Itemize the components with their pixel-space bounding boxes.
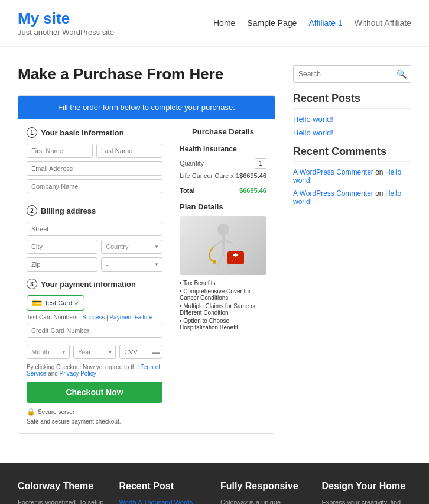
test-card-option[interactable]: 💳 Test Card ✔ <box>27 295 84 311</box>
year-select[interactable]: Year <box>73 345 116 359</box>
nav-affiliate1[interactable]: Affiliate 1 <box>308 18 342 28</box>
recent-comments-title: Recent Comments <box>293 146 411 162</box>
safe-text: Safe and secure payment checkout. <box>27 418 162 425</box>
svg-point-9 <box>213 260 216 264</box>
plan-title: Plan Details <box>180 202 266 211</box>
cvv-icon: ▬ <box>152 348 160 356</box>
total-label: Total <box>180 187 194 194</box>
payment-expiry-row: Month Year ▬ <box>27 345 162 359</box>
search-bar: 🔍 <box>293 65 411 83</box>
site-branding: My site Just another WordPress site <box>18 9 114 37</box>
city-input[interactable] <box>27 240 98 254</box>
secure-label: Secure server <box>38 409 74 415</box>
step2-title: 2 Billing address <box>27 205 162 216</box>
privacy-link[interactable]: Privacy Policy <box>60 370 96 377</box>
footer-col3-title: Fully Responsive <box>220 481 310 492</box>
benefit-3: Multiple Claims for Same or Different Co… <box>180 303 266 316</box>
footer-col2-title: Recent Post <box>119 481 209 492</box>
company-input[interactable] <box>27 179 162 193</box>
failure-link[interactable]: Payment Failure <box>109 314 152 321</box>
footer-col4-text: Express your creativity, find inspiratio… <box>322 497 412 504</box>
nav-without-affiliate[interactable]: Without Affiliate <box>355 18 411 28</box>
name-row <box>27 144 162 158</box>
step2-label: Billing address <box>41 206 96 215</box>
footer-col1-title: Colorway Theme <box>18 481 108 492</box>
footer-col-2: Recent Post Worth A Thousand Words Categ… <box>119 481 209 504</box>
search-button[interactable]: 🔍 <box>392 66 411 82</box>
plan-image <box>180 216 266 275</box>
site-header: My site Just another WordPress site Home… <box>0 0 429 47</box>
svg-line-2 <box>213 240 223 247</box>
step3-label: Your payment information <box>41 280 136 289</box>
payment-section: 💳 Test Card ✔ Test Card Numbers : Succes… <box>27 295 162 359</box>
zip-input[interactable] <box>27 257 98 272</box>
footer-col1-text: Footer is widgetized. To setup the foote… <box>18 497 108 504</box>
country-select[interactable]: Country <box>101 240 162 254</box>
commenter-2-link[interactable]: A WordPress Commenter <box>293 189 373 198</box>
step1-label: Your basic information <box>41 128 124 137</box>
cvv-wrapper: ▬ <box>119 345 162 359</box>
step3-circle: 3 <box>27 279 37 289</box>
card-option-label: Test Card <box>44 299 72 306</box>
card-icon: 💳 <box>32 298 42 308</box>
footer-post-link-1[interactable]: Worth A Thousand Words <box>119 497 209 504</box>
commenter-1-link[interactable]: A WordPress Commenter <box>293 168 373 176</box>
form-left: 1 Your basic information 2 Billing addre… <box>18 119 171 433</box>
recent-posts-title: Recent Posts <box>293 92 411 109</box>
item-label: Life Cancer Care x 1 <box>180 172 239 179</box>
form-right: Purchase Details Health Insurance Quanti… <box>171 119 275 433</box>
total-price: $6695.46 <box>239 187 266 194</box>
city-country-row: Country <box>27 240 162 254</box>
footer-col4-title: Design Your Home <box>322 481 412 492</box>
footer-grid: Colorway Theme Footer is widgetized. To … <box>18 481 411 504</box>
recent-comment-2: A WordPress Commenter on Hello world! <box>293 189 411 206</box>
site-title: My site <box>18 9 114 28</box>
zip-extra-select[interactable]: - <box>101 257 162 272</box>
step1-title: 1 Your basic information <box>27 127 162 138</box>
email-input[interactable] <box>27 161 162 176</box>
site-footer: Colorway Theme Footer is widgetized. To … <box>0 463 429 504</box>
svg-line-4 <box>217 253 223 266</box>
form-body: 1 Your basic information 2 Billing addre… <box>18 119 275 433</box>
credit-card-input[interactable] <box>27 324 162 338</box>
quantity-label: Quantity <box>180 160 204 167</box>
content-area: Make a Purchase From Here Fill the order… <box>18 65 275 434</box>
last-name-input[interactable] <box>96 144 162 158</box>
terms-text: By clicking Checkout Now you agree to th… <box>27 364 162 377</box>
recent-comment-1: A WordPress Commenter on Hello world! <box>293 168 411 185</box>
step3-title: 3 Your payment information <box>27 279 162 289</box>
benefit-1: Tax Benefits <box>180 280 266 286</box>
page-heading: Make a Purchase From Here <box>18 65 275 83</box>
month-select[interactable]: Month <box>27 345 70 359</box>
secure-row: 🔒 Secure server <box>27 408 162 416</box>
lock-icon: 🔒 <box>27 408 35 416</box>
zip-row: - <box>27 257 162 272</box>
benefit-4: Option to Choose Hospitalization Benefit <box>180 318 266 331</box>
purchase-form-container: Fill the order form below to complete yo… <box>18 95 275 434</box>
search-input[interactable] <box>294 66 392 82</box>
plan-benefits: Tax Benefits Comprehensive Cover for Can… <box>180 280 266 331</box>
item-price-row: Life Cancer Care x 1 $6695.46 <box>180 172 266 179</box>
nav-sample-page[interactable]: Sample Page <box>247 18 297 28</box>
first-name-input[interactable] <box>27 144 93 158</box>
check-icon: ✔ <box>74 300 79 306</box>
purchase-details-title: Purchase Details <box>180 127 266 140</box>
checkout-button[interactable]: Checkout Now <box>27 382 162 403</box>
product-name: Health Insurance <box>180 145 266 153</box>
main-nav: Home Sample Page Affiliate 1 Without Aff… <box>213 18 411 28</box>
nav-home[interactable]: Home <box>213 18 235 28</box>
step1-circle: 1 <box>27 127 37 138</box>
test-card-hint: Test Card Numbers : Success | Payment Fa… <box>27 314 162 321</box>
site-tagline: Just another WordPress site <box>18 28 114 37</box>
recent-post-2[interactable]: Hello world! <box>293 128 411 137</box>
total-row: Total $6695.46 <box>180 183 266 194</box>
item-price: $6695.46 <box>239 172 266 179</box>
success-link[interactable]: Success <box>82 314 105 321</box>
recent-post-1[interactable]: Hello world! <box>293 115 411 124</box>
plan-figure-svg <box>197 219 250 272</box>
street-input[interactable] <box>27 222 162 236</box>
footer-col-1: Colorway Theme Footer is widgetized. To … <box>18 481 108 504</box>
svg-rect-8 <box>235 253 236 257</box>
footer-col-4: Design Your Home Express your creativity… <box>322 481 412 504</box>
quantity-value: 1 <box>255 158 266 169</box>
